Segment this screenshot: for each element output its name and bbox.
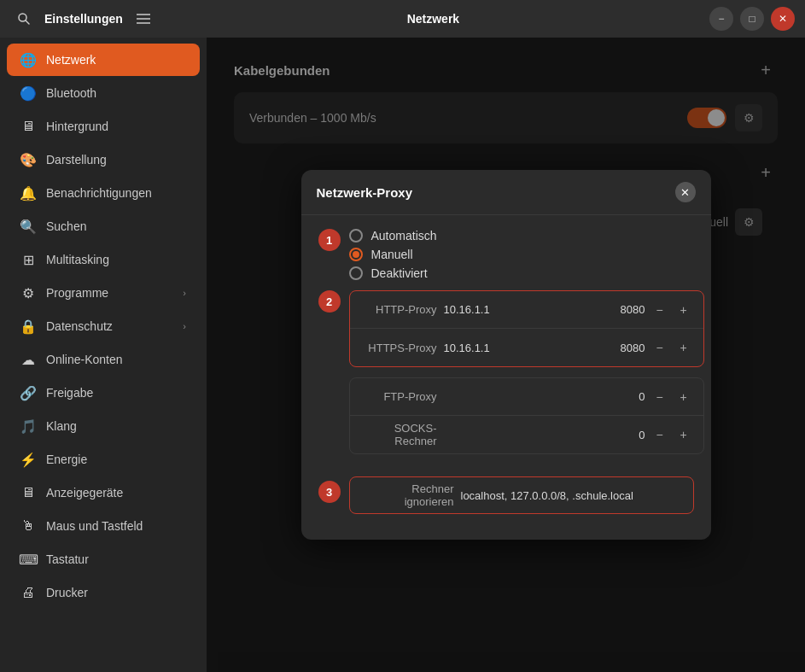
ignore-hosts-input[interactable] [461,489,683,502]
darstellung-icon: 🎨 [20,152,36,167]
sidebar-item-freigabe[interactable]: 🔗Freigabe [7,377,200,409]
sidebar-item-label-suchen: Suchen [46,219,86,233]
app-name: Einstellungen [44,12,123,26]
https-proxy-input[interactable] [444,342,587,354]
menu-button[interactable] [130,5,157,32]
sidebar-item-label-anzeigegeraete: Anzeigegeräte [46,486,123,500]
dialog-body: 1 Automatisch Manuell [301,215,711,540]
http-proxy-row: HTTP-Proxy − + [350,291,703,329]
https-port-plus[interactable]: + [674,338,693,357]
datenschutz-chevron-icon: › [183,321,186,331]
sidebar-item-label-datenschutz: Datenschutz [46,319,113,333]
sidebar-item-label-online-konten: Online-Konten [46,353,123,366]
sidebar: 🌐Netzwerk🔵Bluetooth🖥Hintergrund🎨Darstell… [0,38,207,672]
sidebar-item-label-energie: Energie [46,453,87,466]
socks-proxy-label: SOCKS-Rechner [360,422,437,447]
maximize-button[interactable]: □ [740,7,764,31]
sidebar-item-netzwerk[interactable]: 🌐Netzwerk [7,44,200,76]
sidebar-item-label-programme: Programme [46,286,108,300]
sidebar-item-datenschutz[interactable]: 🔒Datenschutz› [7,310,200,342]
sidebar-item-maus-tastfeld[interactable]: 🖱Maus und Tastfeld [7,510,200,542]
dialog-close-button[interactable]: ✕ [675,182,696,202]
sidebar-item-drucker[interactable]: 🖨Drucker [7,576,200,609]
drucker-icon: 🖨 [20,585,36,600]
http-port-minus[interactable]: − [650,301,669,319]
svg-line-1 [26,20,29,24]
proxy-form-highlighted: HTTP-Proxy − + HTTPS-Proxy [349,290,704,367]
anzeigegeraete-icon: 🖥 [20,485,36,500]
benachrichtigungen-icon: 🔔 [20,185,36,201]
dialog-header: Netzwerk-Proxy ✕ [301,170,711,215]
sidebar-item-hintergrund[interactable]: 🖥Hintergrund [7,110,200,143]
https-port-input[interactable] [594,342,645,354]
search-button[interactable] [10,5,38,32]
ftp-port-input[interactable] [594,390,645,403]
klang-icon: 🎵 [20,418,36,434]
bluetooth-icon: 🔵 [20,85,36,101]
maus-tastfeld-icon: 🖱 [20,518,36,534]
sidebar-item-label-bluetooth: Bluetooth [46,86,96,100]
ignore-row: Rechner ignorieren [349,476,694,514]
step2-badge: 2 [318,290,341,313]
https-port-controls: − + [594,338,693,357]
ftp-port-minus[interactable]: − [650,388,669,406]
radio-label-deaktiviert: Deaktiviert [371,266,428,280]
sidebar-item-online-konten[interactable]: ☁Online-Konten [7,343,200,376]
ignore-hosts-label: Rechner ignorieren [360,482,454,508]
sidebar-item-label-maus-tastfeld: Maus und Tastfeld [46,519,143,533]
http-proxy-input[interactable] [444,303,587,316]
sidebar-item-multitasking[interactable]: ⊞Multitasking [7,243,200,276]
sidebar-item-darstellung[interactable]: 🎨Darstellung [7,143,200,176]
https-proxy-row: HTTPS-Proxy − + [350,329,703,366]
sidebar-item-bluetooth[interactable]: 🔵Bluetooth [7,77,200,109]
overlay: Netzwerk-Proxy ✕ 1 Automatisch [207,38,805,672]
sidebar-item-programme[interactable]: ⚙Programme› [7,277,200,309]
sidebar-item-label-benachrichtigungen: Benachrichtigungen [46,186,152,200]
socks-port-plus[interactable]: + [674,425,693,444]
socks-proxy-input[interactable] [444,429,587,441]
socks-proxy-row: SOCKS-Rechner − + [350,416,703,453]
proxy-form-plain: FTP-Proxy − + SOCKS-Rechner [349,377,704,454]
dialog-title: Netzwerk-Proxy [317,185,413,200]
ftp-proxy-input[interactable] [444,390,587,403]
sidebar-item-suchen[interactable]: 🔍Suchen [7,210,200,243]
multitasking-icon: ⊞ [20,252,36,267]
step2-row: 2 HTTP-Proxy − + [318,290,694,461]
socks-port-input[interactable] [594,429,645,441]
radio-label-manuell: Manuell [371,248,413,261]
sidebar-item-label-drucker: Drucker [46,586,88,599]
sidebar-item-benachrichtigungen[interactable]: 🔔Benachrichtigungen [7,177,200,209]
radio-circle-deaktiviert [349,266,363,280]
radio-manuell[interactable]: Manuell [349,248,437,261]
hintergrund-icon: 🖥 [20,119,36,134]
https-proxy-label: HTTPS-Proxy [360,342,437,354]
sidebar-item-label-klang: Klang [46,419,77,433]
radio-label-automatisch: Automatisch [371,229,437,243]
sidebar-item-tastatur[interactable]: ⌨Tastatur [7,543,200,576]
ftp-port-plus[interactable]: + [674,388,693,406]
http-port-plus[interactable]: + [674,301,693,319]
proxy-mode-group: Automatisch Manuell Deaktiviert [349,229,437,280]
sidebar-item-anzeigegeraete[interactable]: 🖥Anzeigegeräte [7,476,200,509]
programme-chevron-icon: › [183,288,186,298]
freigabe-icon: 🔗 [20,385,36,400]
sidebar-item-klang[interactable]: 🎵Klang [7,410,200,442]
ftp-proxy-row: FTP-Proxy − + [350,378,703,416]
main-layout: 🌐Netzwerk🔵Bluetooth🖥Hintergrund🎨Darstell… [0,38,805,672]
https-port-minus[interactable]: − [650,338,669,357]
ftp-port-controls: − + [594,388,693,406]
minimize-button[interactable]: − [709,7,733,31]
sidebar-item-label-darstellung: Darstellung [46,153,107,167]
radio-deaktiviert[interactable]: Deaktiviert [349,266,437,280]
close-button[interactable]: ✕ [771,7,795,31]
energie-icon: ⚡ [20,452,36,467]
window-controls: − □ ✕ [709,7,795,31]
http-port-input[interactable] [594,303,645,316]
sidebar-item-energie[interactable]: ⚡Energie [7,443,200,476]
http-port-controls: − + [594,301,693,319]
proxy-dialog: Netzwerk-Proxy ✕ 1 Automatisch [301,170,711,540]
socks-port-minus[interactable]: − [650,425,669,444]
radio-automatisch[interactable]: Automatisch [349,229,437,243]
titlebar: Einstellungen Netzwerk − □ ✕ [0,0,805,38]
content-area: Kabelgebunden + Verbunden – 1000 Mb/s ⚙ … [207,38,805,672]
